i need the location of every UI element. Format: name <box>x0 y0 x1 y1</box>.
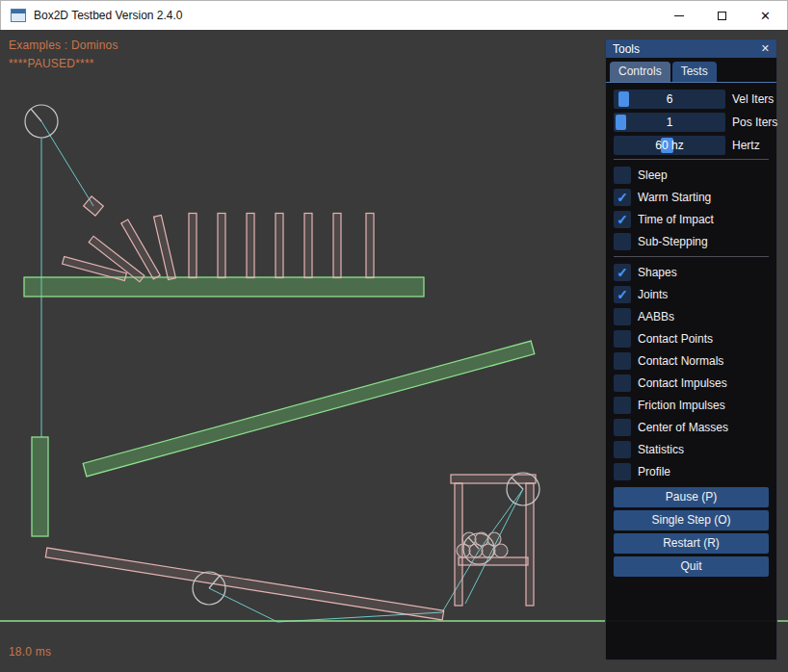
checkbox-friction-impulses[interactable]: Friction Impulses <box>614 394 769 416</box>
vertical-block <box>32 437 48 536</box>
frame-top-bar[interactable] <box>451 475 536 483</box>
minimize-icon <box>674 15 684 16</box>
checkbox-sub-stepping[interactable]: Sub-Stepping <box>614 230 769 252</box>
close-button[interactable]: ✕ <box>744 1 787 30</box>
checkbox-label: Warm Starting <box>638 191 711 204</box>
checkbox-checked[interactable]: ✓ <box>614 211 631 228</box>
check-icon: ✓ <box>617 288 628 301</box>
tilted-plank[interactable] <box>45 548 443 620</box>
hertz-slider[interactable]: 60 hz Hertz <box>614 135 769 155</box>
checkbox-joints[interactable]: ✓Joints <box>614 283 769 305</box>
tools-panel-title: Tools <box>613 42 640 56</box>
panel-close-icon[interactable]: ✕ <box>761 42 770 55</box>
separator <box>614 256 769 257</box>
vel-iters-value: 6 <box>614 90 725 109</box>
close-icon: ✕ <box>760 9 771 23</box>
checkbox-label: Contact Points <box>638 332 713 346</box>
checkbox-sleep[interactable]: Sleep <box>614 164 769 186</box>
frame-right-post[interactable] <box>526 483 534 606</box>
pos-iters-frame[interactable]: 1 <box>614 113 725 132</box>
ball[interactable] <box>475 532 488 546</box>
checkbox-aabbs[interactable]: AABBs <box>614 305 769 327</box>
checkbox-unchecked[interactable] <box>614 463 631 480</box>
checkbox-label: Time of Impact <box>638 213 714 226</box>
checkbox-label: Contact Impulses <box>638 376 727 390</box>
frame-time-label: 18.0 ms <box>9 645 51 659</box>
domino[interactable] <box>189 214 197 278</box>
quit-button[interactable]: Quit <box>614 556 769 577</box>
checkbox-label: Profile <box>638 465 670 478</box>
vel-iters-label: Vel Iters <box>732 92 774 106</box>
tab-tests[interactable]: Tests <box>672 62 717 82</box>
pos-iters-value: 1 <box>614 113 725 132</box>
domino[interactable] <box>333 214 341 278</box>
app-window: Box2D Testbed Version 2.4.0 ✕ <box>0 0 788 672</box>
checkbox-unchecked[interactable] <box>614 167 631 184</box>
checkbox-unchecked[interactable] <box>614 441 631 458</box>
ball[interactable] <box>487 532 501 546</box>
maximize-button[interactable] <box>700 1 744 30</box>
checkbox-contact-normals[interactable]: Contact Normals <box>614 349 769 372</box>
minimize-button[interactable] <box>657 1 700 30</box>
checkbox-statistics[interactable]: Statistics <box>614 438 769 460</box>
checkbox-checked[interactable]: ✓ <box>614 189 631 206</box>
checkbox-label: Shapes <box>638 266 677 279</box>
checkbox-unchecked[interactable] <box>614 233 631 250</box>
separator <box>614 159 769 160</box>
hertz-value: 60 hz <box>614 136 725 155</box>
checkbox-profile[interactable]: Profile <box>614 460 769 482</box>
checkbox-unchecked[interactable] <box>614 330 631 348</box>
vel-iters-frame[interactable]: 6 <box>614 90 725 109</box>
angled-platform <box>83 341 535 477</box>
maximize-icon <box>718 12 726 20</box>
pos-iters-label: Pos Iters <box>732 116 777 129</box>
elevated-platform <box>24 277 424 297</box>
single-step-button[interactable]: Single Step (O) <box>614 510 769 530</box>
tools-titlebar[interactable]: Tools ✕ <box>606 39 776 58</box>
vel-iters-slider[interactable]: 6 Vel Iters <box>614 89 769 109</box>
tools-panel: Tools ✕ Controls Tests 6 Vel Iters 1 Pos… <box>605 39 777 660</box>
checkbox-checked[interactable]: ✓ <box>614 264 631 281</box>
checkbox-label: AABBs <box>638 310 674 323</box>
checkbox-unchecked[interactable] <box>614 375 631 392</box>
restart-button[interactable]: Restart (R) <box>614 533 769 554</box>
checkbox-warm-starting[interactable]: ✓Warm Starting <box>614 186 769 208</box>
domino[interactable] <box>276 214 283 278</box>
checkbox-contact-impulses[interactable]: Contact Impulses <box>614 372 769 394</box>
domino[interactable] <box>218 214 225 278</box>
small-balls[interactable] <box>457 532 508 557</box>
checkbox-label: Friction Impulses <box>638 399 725 412</box>
hertz-label: Hertz <box>732 139 760 152</box>
checkbox-label: Statistics <box>638 443 684 456</box>
checkbox-shapes[interactable]: ✓Shapes <box>614 261 769 283</box>
pause-button[interactable]: Pause (P) <box>614 487 769 507</box>
checkbox-label: Contact Normals <box>638 354 723 368</box>
app-icon <box>11 9 26 22</box>
checkbox-center-of-masses[interactable]: Center of Masses <box>614 416 769 438</box>
checkbox-contact-points[interactable]: Contact Points <box>614 327 769 349</box>
tab-controls[interactable]: Controls <box>610 62 670 82</box>
checkbox-time-of-impact[interactable]: ✓Time of Impact <box>614 208 769 230</box>
checkbox-checked[interactable]: ✓ <box>614 286 631 303</box>
checkbox-unchecked[interactable] <box>614 397 631 414</box>
hertz-frame[interactable]: 60 hz <box>614 136 725 155</box>
check-icon: ✓ <box>617 266 628 279</box>
window-controls: ✕ <box>657 1 787 30</box>
draw-checkbox-group: ✓Shapes✓JointsAABBsContact PointsContact… <box>614 261 769 482</box>
domino[interactable] <box>366 214 374 278</box>
checkbox-label: Sleep <box>638 168 668 182</box>
tools-content: 6 Vel Iters 1 Pos Iters 60 hz Hertz Sl <box>606 83 776 577</box>
pos-iters-slider[interactable]: 1 Pos Iters <box>614 112 769 132</box>
checkbox-unchecked[interactable] <box>614 352 631 370</box>
checkbox-unchecked[interactable] <box>614 419 631 436</box>
window-titlebar[interactable]: Box2D Testbed Version 2.4.0 ✕ <box>0 0 788 30</box>
paused-label: ****PAUSED**** <box>9 57 94 70</box>
pendulum-box[interactable] <box>84 196 104 216</box>
checkbox-unchecked[interactable] <box>614 308 631 325</box>
tool-button-group: Pause (P)Single Step (O)Restart (R)Quit <box>614 487 769 577</box>
domino[interactable] <box>247 214 254 278</box>
checkbox-label: Sub-Stepping <box>638 235 708 248</box>
checkbox-label: Center of Masses <box>638 421 728 434</box>
ball[interactable] <box>462 532 476 546</box>
domino[interactable] <box>304 214 312 278</box>
